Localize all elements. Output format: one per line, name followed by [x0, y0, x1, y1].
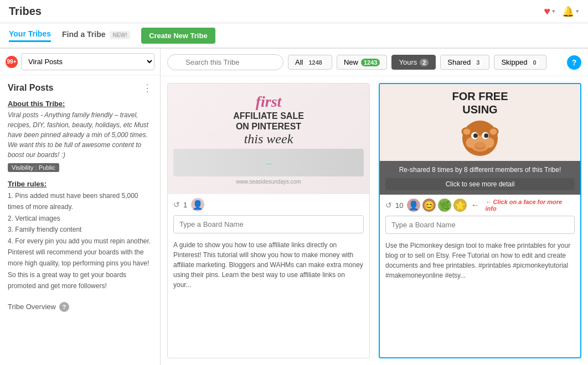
filter-new-button[interactable]: New 1243 — [337, 55, 388, 70]
tribe-options-dots[interactable]: ⋮ — [142, 82, 152, 94]
card-2-avatar-stack: 👤 😊 🌿 🌟 — [406, 198, 467, 212]
click-info-text: ← Click on a face for more info — [485, 199, 575, 212]
card-2-image: FOR FREE USING — [380, 84, 580, 195]
search-wrapper: 🔍 — [167, 54, 283, 70]
sidebar-title-row: Viral Posts ⋮ — [8, 82, 152, 94]
svg-point-9 — [473, 133, 478, 138]
search-input[interactable] — [167, 54, 283, 70]
post-card-2: FOR FREE USING — [379, 83, 581, 358]
card-1-image: first AFFILIATE SALE ON PINTEREST this w… — [168, 84, 369, 194]
nav-bar: Your Tribes Find a Tribe NEW! Create New… — [0, 23, 588, 49]
content-area: 🔍 All 1248 New 1243 Yours 2 Shared 3 Ski… — [161, 49, 588, 365]
app-title: Tribes — [9, 5, 42, 18]
svg-point-10 — [484, 133, 488, 138]
filter-new-label: New — [344, 58, 358, 66]
filter-skipped-button[interactable]: Skipped 0 — [494, 55, 546, 70]
sidebar-content: Viral Posts ⋮ About this Tribe: Viral po… — [0, 75, 160, 365]
find-tribe-new-badge: NEW! — [110, 31, 130, 39]
header-actions: ♥ ▾ 🔔 ▾ — [544, 5, 579, 18]
filter-yours-label: Yours — [399, 58, 417, 66]
heart-icon: ♥ — [544, 5, 550, 18]
rules-label: Tribe rules: — [8, 180, 152, 188]
card-1-board-input[interactable] — [173, 215, 364, 233]
keyboard-decoration: ⌨️ — [266, 160, 272, 165]
card-2-avatar-4[interactable]: 🌟 — [453, 198, 467, 212]
bell-chevron-icon: ▾ — [576, 8, 579, 15]
tribe-name-title: Viral Posts — [8, 83, 53, 93]
about-text: Viral posts - Anything family friendly –… — [8, 110, 152, 160]
filter-skipped-label: Skipped — [501, 58, 527, 66]
tribe-select-row: 99+ Viral Posts — [0, 49, 160, 75]
cards-grid: first AFFILIATE SALE ON PINTEREST this w… — [161, 76, 588, 365]
app-header: Tribes ♥ ▾ 🔔 ▾ — [0, 0, 588, 23]
rules-text: 1. Pins added must have been shared 5,00… — [8, 190, 152, 292]
tribe-overview-label: Tribe Overview — [8, 303, 56, 311]
about-label: About this Tribe: — [8, 100, 152, 108]
card-1-website: www.seasidesundays.com — [236, 179, 301, 185]
create-new-tribe-button[interactable]: Create New Tribe — [141, 28, 215, 44]
monkey-icon — [458, 116, 502, 160]
card-2-avatar-2[interactable]: 😊 — [422, 198, 436, 212]
svg-point-14 — [490, 128, 497, 134]
card-2-description: Use the Picmonkey design tool to make fr… — [380, 238, 580, 286]
svg-point-13 — [463, 128, 471, 134]
heart-button[interactable]: ♥ ▾ — [544, 5, 555, 18]
card-2-line2: USING — [462, 103, 497, 116]
card-1-share-row: ↺ 1 👤 — [168, 194, 369, 215]
about-section: About this Tribe: Viral posts - Anything… — [8, 100, 152, 172]
card-1-img-line1: first — [256, 93, 282, 111]
filter-yours-button[interactable]: Yours 2 — [391, 55, 436, 70]
card-2-detail-button[interactable]: Click to see more detail — [385, 178, 575, 190]
card-2-board-input[interactable] — [385, 216, 575, 234]
tab-find-tribe[interactable]: Find a Tribe NEW! — [62, 30, 130, 41]
card-1-img-line3: ON PINTEREST — [236, 122, 301, 132]
bell-button[interactable]: 🔔 ▾ — [562, 6, 579, 18]
filter-new-count: 1243 — [361, 59, 380, 66]
rules-section: Tribe rules: 1. Pins added must have bee… — [8, 180, 152, 292]
tribe-overview-button[interactable]: Tribe Overview ? — [8, 300, 152, 314]
filter-shared-count: 3 — [473, 59, 482, 66]
main-layout: 99+ Viral Posts Viral Posts ⋮ About this… — [0, 49, 588, 365]
filter-bar: 🔍 All 1248 New 1243 Yours 2 Shared 3 Ski… — [161, 49, 588, 76]
filter-all-button[interactable]: All 1248 — [288, 55, 332, 70]
notification-badge: 99+ — [6, 56, 18, 68]
help-button[interactable]: ? — [567, 55, 581, 70]
post-card-1: first AFFILIATE SALE ON PINTEREST this w… — [167, 83, 370, 358]
repin-icon-1: ↺ — [173, 200, 180, 209]
bell-icon: 🔔 — [562, 6, 574, 18]
card-1-share-count: 1 — [183, 201, 187, 209]
card-1-img-line2: AFFILIATE SALE — [233, 111, 304, 122]
repin-icon-2: ↺ — [385, 201, 392, 210]
filter-all-count: 1248 — [306, 59, 324, 66]
arrow-icon: ← — [471, 200, 479, 210]
card-2-avatar-1[interactable]: 👤 — [406, 198, 421, 212]
find-tribe-label: Find a Tribe — [62, 30, 106, 39]
tribe-select[interactable]: Viral Posts — [21, 53, 154, 70]
sidebar: 99+ Viral Posts Viral Posts ⋮ About this… — [0, 49, 161, 365]
card-1-avatar[interactable]: 👤 — [190, 197, 205, 212]
card-2-line1: FOR FREE — [452, 90, 508, 102]
visibility-badge: Visibility : Public — [8, 163, 59, 172]
card-2-overlay: Re-shared 8 times by 8 different members… — [380, 161, 580, 195]
card-1-img-line4: this week — [244, 132, 293, 147]
card-2-reshared-text: Re-shared 8 times by 8 different members… — [385, 165, 575, 175]
card-2-share-row: ↺ 10 👤 😊 🌿 🌟 ← ← Click on a face for mor… — [380, 195, 580, 216]
card-2-img-text: FOR FREE USING — [452, 90, 508, 116]
filter-yours-count: 2 — [420, 59, 429, 66]
heart-chevron-icon: ▾ — [552, 8, 555, 15]
card-1-description: A guide to show you how to use affiliate… — [168, 238, 369, 295]
card-2-avatar-3[interactable]: 🌿 — [437, 198, 452, 212]
filter-shared-button[interactable]: Shared 3 — [440, 55, 489, 70]
card-1-keyboard-img: ⌨️ — [173, 149, 364, 176]
question-icon: ? — [59, 302, 69, 312]
filter-shared-label: Shared — [447, 58, 471, 66]
filter-skipped-count: 0 — [530, 59, 539, 66]
card-2-share-count: 10 — [395, 201, 403, 210]
tab-your-tribes[interactable]: Your Tribes — [9, 29, 51, 42]
filter-all-label: All — [295, 58, 303, 66]
